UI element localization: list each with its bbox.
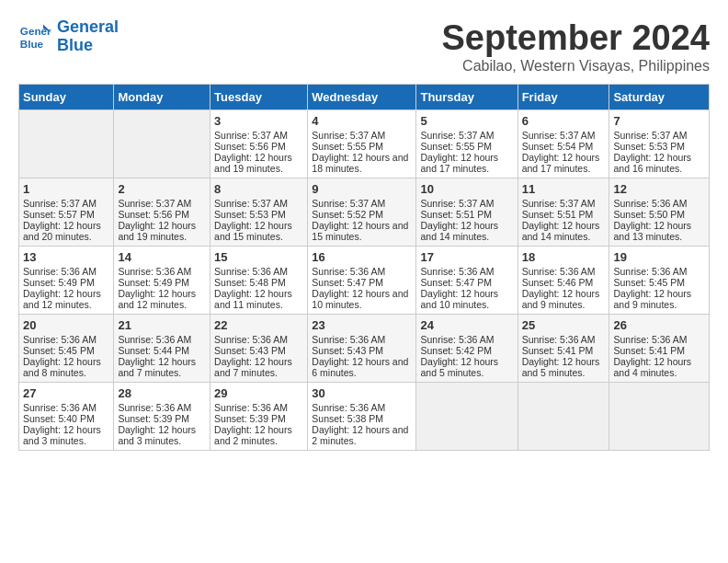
day-number: 28 bbox=[118, 386, 206, 400]
sunset-text: Sunset: 5:43 PM bbox=[214, 345, 303, 356]
sunset-text: Sunset: 5:47 PM bbox=[420, 277, 513, 288]
header-friday: Friday bbox=[518, 85, 609, 110]
calendar-cell bbox=[19, 110, 114, 178]
sunset-text: Sunset: 5:39 PM bbox=[214, 413, 303, 424]
sunrise-text: Sunrise: 5:36 AM bbox=[118, 266, 206, 277]
daylight-text: Daylight: 12 hours and 7 minutes. bbox=[214, 356, 303, 378]
sunset-text: Sunset: 5:49 PM bbox=[118, 277, 206, 288]
sunset-text: Sunset: 5:47 PM bbox=[312, 277, 412, 288]
header-saturday: Saturday bbox=[609, 85, 710, 110]
calendar-cell: 11Sunrise: 5:37 AMSunset: 5:51 PMDayligh… bbox=[518, 178, 609, 247]
sunrise-text: Sunrise: 5:36 AM bbox=[118, 402, 206, 413]
daylight-text: Daylight: 12 hours and 8 minutes. bbox=[23, 356, 109, 378]
calendar-cell bbox=[518, 383, 609, 451]
sunrise-text: Sunrise: 5:37 AM bbox=[522, 198, 606, 209]
title-area: September 2024 Cabilao, Western Visayas,… bbox=[442, 18, 711, 75]
sunset-text: Sunset: 5:52 PM bbox=[312, 209, 412, 220]
daylight-text: Daylight: 12 hours and 2 minutes. bbox=[214, 424, 303, 446]
day-number: 21 bbox=[118, 318, 206, 332]
header-tuesday: Tuesday bbox=[210, 85, 308, 110]
daylight-text: Daylight: 12 hours and 7 minutes. bbox=[118, 356, 206, 378]
calendar-cell: 12Sunrise: 5:36 AMSunset: 5:50 PMDayligh… bbox=[609, 178, 710, 247]
daylight-text: Daylight: 12 hours and 10 minutes. bbox=[420, 288, 513, 310]
sunset-text: Sunset: 5:40 PM bbox=[23, 413, 109, 424]
sunset-text: Sunset: 5:57 PM bbox=[23, 209, 109, 220]
day-number: 22 bbox=[214, 318, 303, 332]
daylight-text: Daylight: 12 hours and 13 minutes. bbox=[613, 220, 705, 242]
sunset-text: Sunset: 5:51 PM bbox=[522, 209, 606, 220]
calendar-cell: 19Sunrise: 5:36 AMSunset: 5:45 PMDayligh… bbox=[609, 247, 710, 315]
daylight-text: Daylight: 12 hours and 15 minutes. bbox=[214, 220, 303, 242]
calendar-cell: 28Sunrise: 5:36 AMSunset: 5:39 PMDayligh… bbox=[114, 383, 210, 451]
calendar-cell bbox=[609, 383, 710, 451]
sunset-text: Sunset: 5:44 PM bbox=[118, 345, 206, 356]
daylight-text: Daylight: 12 hours and 14 minutes. bbox=[420, 220, 513, 242]
daylight-text: Daylight: 12 hours and 9 minutes. bbox=[522, 288, 606, 310]
daylight-text: Daylight: 12 hours and 6 minutes. bbox=[312, 356, 412, 378]
calendar-cell: 25Sunrise: 5:36 AMSunset: 5:41 PMDayligh… bbox=[518, 315, 609, 383]
calendar-cell: 5Sunrise: 5:37 AMSunset: 5:55 PMDaylight… bbox=[416, 110, 518, 178]
calendar-week-4: 20Sunrise: 5:36 AMSunset: 5:45 PMDayligh… bbox=[19, 315, 710, 383]
sunset-text: Sunset: 5:50 PM bbox=[613, 209, 705, 220]
calendar-cell: 10Sunrise: 5:37 AMSunset: 5:51 PMDayligh… bbox=[416, 178, 518, 247]
sunset-text: Sunset: 5:42 PM bbox=[420, 345, 513, 356]
sunrise-text: Sunrise: 5:36 AM bbox=[522, 266, 606, 277]
header-monday: Monday bbox=[114, 85, 210, 110]
header: General Blue General Blue September 2024… bbox=[18, 18, 710, 75]
sunset-text: Sunset: 5:38 PM bbox=[312, 413, 412, 424]
day-number: 20 bbox=[23, 318, 109, 332]
calendar-cell: 6Sunrise: 5:37 AMSunset: 5:54 PMDaylight… bbox=[518, 110, 609, 178]
daylight-text: Daylight: 12 hours and 17 minutes. bbox=[420, 152, 513, 174]
calendar-cell: 27Sunrise: 5:36 AMSunset: 5:40 PMDayligh… bbox=[19, 383, 114, 451]
day-number: 10 bbox=[420, 182, 513, 196]
sunrise-text: Sunrise: 5:37 AM bbox=[214, 130, 303, 141]
sunrise-text: Sunrise: 5:36 AM bbox=[522, 334, 606, 345]
logo: General Blue General Blue bbox=[18, 18, 119, 55]
sunrise-text: Sunrise: 5:36 AM bbox=[613, 334, 705, 345]
day-number: 23 bbox=[312, 318, 412, 332]
daylight-text: Daylight: 12 hours and 19 minutes. bbox=[118, 220, 206, 242]
daylight-text: Daylight: 12 hours and 19 minutes. bbox=[214, 152, 303, 174]
calendar-table: SundayMondayTuesdayWednesdayThursdayFrid… bbox=[18, 84, 710, 451]
sunset-text: Sunset: 5:56 PM bbox=[214, 141, 303, 152]
day-number: 24 bbox=[420, 318, 513, 332]
sunrise-text: Sunrise: 5:36 AM bbox=[420, 266, 513, 277]
calendar-cell: 18Sunrise: 5:36 AMSunset: 5:46 PMDayligh… bbox=[518, 247, 609, 315]
sunrise-text: Sunrise: 5:37 AM bbox=[312, 198, 412, 209]
calendar-cell: 9Sunrise: 5:37 AMSunset: 5:52 PMDaylight… bbox=[308, 178, 416, 247]
sunset-text: Sunset: 5:55 PM bbox=[420, 141, 513, 152]
sunset-text: Sunset: 5:53 PM bbox=[613, 141, 705, 152]
daylight-text: Daylight: 12 hours and 5 minutes. bbox=[420, 356, 513, 378]
sunrise-text: Sunrise: 5:37 AM bbox=[23, 198, 109, 209]
day-number: 15 bbox=[214, 250, 303, 264]
calendar-week-3: 13Sunrise: 5:36 AMSunset: 5:49 PMDayligh… bbox=[19, 247, 710, 315]
day-number: 3 bbox=[214, 114, 303, 128]
daylight-text: Daylight: 12 hours and 18 minutes. bbox=[312, 152, 412, 174]
calendar-cell: 23Sunrise: 5:36 AMSunset: 5:43 PMDayligh… bbox=[308, 315, 416, 383]
sunrise-text: Sunrise: 5:36 AM bbox=[613, 266, 705, 277]
daylight-text: Daylight: 12 hours and 10 minutes. bbox=[312, 288, 412, 310]
sunrise-text: Sunrise: 5:37 AM bbox=[214, 198, 303, 209]
daylight-text: Daylight: 12 hours and 3 minutes. bbox=[118, 424, 206, 446]
calendar-cell: 24Sunrise: 5:36 AMSunset: 5:42 PMDayligh… bbox=[416, 315, 518, 383]
sunset-text: Sunset: 5:41 PM bbox=[613, 345, 705, 356]
daylight-text: Daylight: 12 hours and 20 minutes. bbox=[23, 220, 109, 242]
sunset-text: Sunset: 5:54 PM bbox=[522, 141, 606, 152]
header-thursday: Thursday bbox=[416, 85, 518, 110]
calendar-cell: 1Sunrise: 5:37 AMSunset: 5:57 PMDaylight… bbox=[19, 178, 114, 247]
day-number: 19 bbox=[613, 250, 705, 264]
sunset-text: Sunset: 5:55 PM bbox=[312, 141, 412, 152]
day-number: 6 bbox=[522, 114, 606, 128]
calendar-cell: 15Sunrise: 5:36 AMSunset: 5:48 PMDayligh… bbox=[210, 247, 308, 315]
calendar-cell bbox=[114, 110, 210, 178]
sunrise-text: Sunrise: 5:37 AM bbox=[420, 198, 513, 209]
sunset-text: Sunset: 5:51 PM bbox=[420, 209, 513, 220]
daylight-text: Daylight: 12 hours and 15 minutes. bbox=[312, 220, 412, 242]
day-number: 17 bbox=[420, 250, 513, 264]
header-sunday: Sunday bbox=[19, 85, 114, 110]
sunrise-text: Sunrise: 5:37 AM bbox=[613, 130, 705, 141]
day-number: 13 bbox=[23, 250, 109, 264]
day-number: 29 bbox=[214, 386, 303, 400]
day-number: 18 bbox=[522, 250, 606, 264]
day-number: 11 bbox=[522, 182, 606, 196]
